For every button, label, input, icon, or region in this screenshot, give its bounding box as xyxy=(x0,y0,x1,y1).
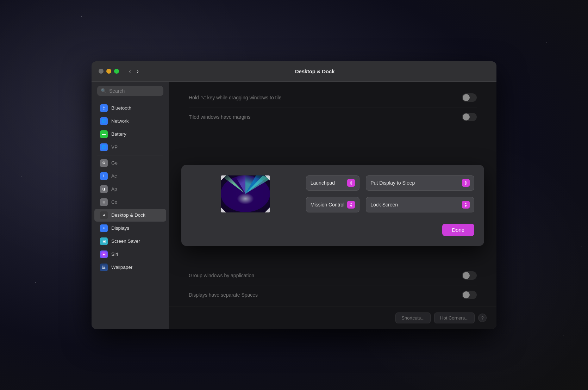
corner-top-right[interactable]: Put Display to Sleep ▲ ▼ xyxy=(366,175,474,191)
sidebar-item-screen-saver[interactable]: ▣ Screen Saver xyxy=(94,235,166,248)
network-icon: 🌐 xyxy=(100,117,108,125)
modal-footer: Done xyxy=(191,224,474,236)
sidebar-item-vpn[interactable]: 🌐 VP xyxy=(94,141,166,154)
svg-point-11 xyxy=(235,190,256,204)
title-bar: ‹ › Desktop & Dock xyxy=(92,61,496,82)
main-layout: 🔍 Search ‡ Bluetooth 🌐 Network xyxy=(92,82,496,329)
forward-arrow[interactable]: › xyxy=(135,67,140,75)
search-placeholder: Search xyxy=(109,88,125,94)
sidebar-label-desktop-dock: Desktop & Dock xyxy=(111,212,145,218)
sidebar-item-network[interactable]: 🌐 Network xyxy=(94,115,166,128)
battery-icon: ▬ xyxy=(100,130,108,138)
sidebar-label-battery: Battery xyxy=(111,131,126,137)
sidebar-item-displays[interactable]: ✦ Displays xyxy=(94,222,166,235)
corner-top-left-label: Launchpad xyxy=(311,180,335,186)
content-area: Hold ⌥ key while dragging windows to til… xyxy=(169,82,496,329)
sidebar: 🔍 Search ‡ Bluetooth 🌐 Network xyxy=(92,82,169,329)
preview-image xyxy=(221,175,270,212)
wallpaper-icon: 🖼 xyxy=(100,264,108,271)
corner-bottom-left-label: Mission Control xyxy=(311,202,344,208)
stepper-arrows-bottom-right: ▲ ▼ xyxy=(464,202,468,208)
sidebar-item-general[interactable]: ⚙ Ge xyxy=(94,157,166,169)
maximize-button[interactable] xyxy=(114,69,119,74)
sidebar-divider-1 xyxy=(97,155,163,155)
screen-saver-icon: ▣ xyxy=(100,237,108,245)
desktop-dock-icon: 🖥 xyxy=(100,211,108,219)
sidebar-label-general: Ge xyxy=(111,160,118,166)
corner-top-right-stepper[interactable]: ▲ ▼ xyxy=(462,179,470,187)
corner-top-left-stepper[interactable]: ▲ ▼ xyxy=(347,179,355,187)
sidebar-label-wallpaper: Wallpaper xyxy=(111,265,132,270)
sidebar-label-bluetooth: Bluetooth xyxy=(111,105,131,111)
corner-bottom-left-stepper[interactable]: ▲ ▼ xyxy=(347,201,355,209)
modal-overlay: Launchpad ▲ ▼ xyxy=(169,82,496,329)
corner-bottom-left[interactable]: Mission Control ▲ ▼ xyxy=(306,197,359,212)
sidebar-item-accessibility[interactable]: ℹ Ac xyxy=(94,170,166,182)
sidebar-item-appearance[interactable]: ◑ Ap xyxy=(94,183,166,196)
close-button[interactable] xyxy=(99,69,104,74)
sidebar-label-network: Network xyxy=(111,118,129,124)
sidebar-label-vpn: VP xyxy=(111,144,118,150)
displays-icon: ✦ xyxy=(100,224,108,232)
sidebar-item-control-center[interactable]: ⊞ Co xyxy=(94,196,166,209)
search-icon: 🔍 xyxy=(101,88,106,93)
done-button[interactable]: Done xyxy=(442,224,474,236)
corner-bottom-right[interactable]: Lock Screen ▲ ▼ xyxy=(366,197,474,212)
sidebar-label-control-center: Co xyxy=(111,199,117,205)
sidebar-label-siri: Siri xyxy=(111,252,118,257)
hot-corners-modal: Launchpad ▲ ▼ xyxy=(181,165,484,246)
minimize-button[interactable] xyxy=(106,69,111,74)
back-arrow[interactable]: ‹ xyxy=(127,67,132,75)
sidebar-items: ‡ Bluetooth 🌐 Network ▬ Battery xyxy=(92,100,169,329)
corner-top-left[interactable]: Launchpad ▲ ▼ xyxy=(306,175,359,191)
vpn-icon: 🌐 xyxy=(100,143,108,151)
accessibility-icon: ℹ xyxy=(100,172,108,180)
nav-arrows: ‹ › xyxy=(127,67,140,75)
appearance-icon: ◑ xyxy=(100,185,108,193)
general-icon: ⚙ xyxy=(100,159,108,167)
control-center-icon: ⊞ xyxy=(100,198,108,206)
stepper-arrows-top-right: ▲ ▼ xyxy=(464,180,468,186)
sidebar-item-bluetooth[interactable]: ‡ Bluetooth xyxy=(94,102,166,114)
siri-icon: ● xyxy=(100,250,108,258)
main-window: ‹ › Desktop & Dock 🔍 Search ‡ Bluetooth xyxy=(92,61,496,329)
stepper-arrows-bottom-left: ▲ ▼ xyxy=(350,202,353,208)
traffic-lights xyxy=(99,69,119,74)
stepper-arrows-top-left: ▲ ▼ xyxy=(350,180,353,186)
corner-top-right-label: Put Display to Sleep xyxy=(370,180,415,186)
sidebar-label-displays: Displays xyxy=(111,225,129,231)
sidebar-label-appearance: Ap xyxy=(111,186,117,192)
sidebar-label-screen-saver: Screen Saver xyxy=(111,239,140,244)
corner-bottom-right-label: Lock Screen xyxy=(370,202,398,208)
window-title: Desktop & Dock xyxy=(140,68,489,74)
sidebar-item-siri[interactable]: ● Siri xyxy=(94,248,166,261)
sidebar-item-battery[interactable]: ▬ Battery xyxy=(94,128,166,141)
search-container: 🔍 Search xyxy=(92,82,169,100)
sidebar-item-wallpaper[interactable]: 🖼 Wallpaper xyxy=(94,261,166,274)
corner-bottom-right-stepper[interactable]: ▲ ▼ xyxy=(462,201,470,209)
search-box[interactable]: 🔍 Search xyxy=(97,86,163,96)
sidebar-item-desktop-dock[interactable]: 🖥 Desktop & Dock xyxy=(94,209,166,222)
hot-corners-grid: Launchpad ▲ ▼ xyxy=(191,175,474,212)
bluetooth-icon: ‡ xyxy=(100,104,108,112)
center-preview xyxy=(191,175,300,212)
sidebar-label-accessibility: Ac xyxy=(111,173,117,179)
